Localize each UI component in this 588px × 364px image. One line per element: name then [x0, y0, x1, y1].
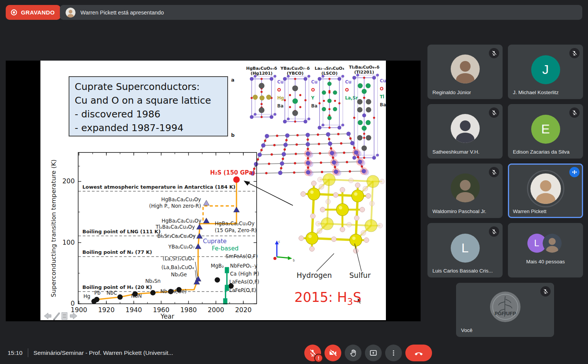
- svg-text:Ba: Ba: [311, 103, 318, 109]
- svg-text:b: b: [293, 259, 295, 262]
- more-options-button[interactable]: [385, 345, 402, 361]
- speaking-indicator-icon: [569, 167, 580, 177]
- slide-title-line-0: Cuprate Superconductors:: [75, 80, 227, 94]
- svg-text:0: 0: [71, 300, 75, 307]
- svg-text:H₂S (150 GPa): H₂S (150 GPa): [210, 169, 255, 176]
- svg-text:b: b: [231, 132, 235, 138]
- divider: [28, 348, 28, 357]
- slide-title-line-3: - expanded 1987-1994: [75, 121, 227, 135]
- meeting-title: Seminário/Seminar - Prof. Warren Pickett…: [34, 350, 173, 356]
- call-controls: !: [304, 345, 432, 361]
- svg-text:O: O: [277, 87, 281, 93]
- svg-text:2000: 2000: [208, 306, 224, 314]
- participant-tile-4[interactable]: EEdison Zacarias da Silva: [508, 104, 583, 159]
- participant-tile-9[interactable]: PGF/UFP Você: [456, 283, 554, 337]
- record-icon: [10, 9, 18, 16]
- photo-avatar: [530, 173, 561, 204]
- end-call-icon: [414, 348, 424, 358]
- svg-text:Nb₃(Al,Ge): Nb₃(Al,Ge): [160, 289, 186, 294]
- svg-text:1940: 1940: [125, 306, 142, 314]
- raise-hand-icon: [349, 349, 358, 358]
- participant-tile-3[interactable]: Satheeshkumar V.H.: [427, 104, 503, 159]
- svg-text:1900: 1900: [71, 306, 87, 314]
- slide-2015-h3s-label: 2015: H3S: [294, 290, 361, 307]
- microphone-off-icon: [491, 229, 497, 234]
- participant-tile-7[interactable]: LLuis Carlos Bassalo Cris...: [427, 223, 503, 277]
- participant-tile-2[interactable]: JJ. Michael Kosterlitz: [508, 45, 583, 99]
- microphone-off-icon: [572, 50, 577, 56]
- svg-text:YBa₂Cu₃O₇: YBa₂Cu₃O₇: [168, 244, 195, 250]
- mic-muted-icon: [569, 107, 580, 118]
- svg-text:Lowest atmospheric temperature: Lowest atmospheric temperature in Antarc…: [82, 184, 235, 190]
- participant-name: Reginaldo Júnior: [432, 90, 471, 95]
- svg-text:Hg: Hg: [277, 95, 284, 101]
- logo-avatar: PGF/UFP: [490, 292, 521, 324]
- letter-avatar: L: [451, 234, 480, 263]
- svg-text:Bi₂Sr₂Ca₂Cu₃Oy: Bi₂Sr₂Ca₂Cu₃Oy: [157, 233, 196, 239]
- avatar: L: [451, 234, 480, 263]
- presentation-slide[interactable]: abHgBa₂CuO₄₊δ(Hg1201)CuOHgBaYBa₂Cu₃O₇₋δ(…: [40, 61, 386, 320]
- participants-grid: Reginaldo Júnior JJ. Michael Kosterlitz …: [427, 45, 582, 338]
- svg-text:LaFeP(O,F): LaFeP(O,F): [229, 287, 256, 293]
- end-call-button[interactable]: [405, 345, 432, 361]
- participant-name: Waldomiro Paschoal Jr.: [432, 208, 486, 214]
- participant-name: Satheeshkumar V.H.: [432, 149, 479, 155]
- avatar: E: [531, 115, 560, 144]
- microphone-off-icon: [491, 110, 497, 115]
- svg-text:SmFeAs(O,F): SmFeAs(O,F): [225, 253, 258, 259]
- svg-text:Boiling point of LNG (111 K): Boiling point of LNG (111 K): [82, 229, 161, 234]
- participant-tile-8[interactable]: L Mais 40 pessoas: [508, 223, 583, 277]
- svg-text:Hg: Hg: [84, 293, 90, 299]
- svg-text:Hydrogen: Hydrogen: [297, 271, 332, 279]
- avatar: J: [531, 55, 560, 84]
- svg-text:(15 GPa, Zero-R): (15 GPa, Zero-R): [215, 228, 257, 233]
- participant-name: Mais 40 pessoas: [526, 259, 565, 265]
- svg-text:Nb₃Ge: Nb₃Ge: [171, 272, 187, 277]
- svg-text:HgBa₂Ca₂Cu₃Oy: HgBa₂Ca₂Cu₃Oy: [161, 197, 201, 202]
- svg-text:Sulfur: Sulfur: [349, 271, 371, 279]
- present-screen-button[interactable]: [365, 345, 382, 361]
- meeting-meta: 15:10 Seminário/Seminar - Prof. Warren P…: [8, 348, 173, 357]
- svg-text:YBa₂Cu₃O₇₋δ: YBa₂Cu₃O₇₋δ: [280, 66, 310, 71]
- microphone-off-icon: [572, 110, 577, 115]
- svg-text:2020: 2020: [235, 306, 252, 314]
- camera-off-button[interactable]: [325, 345, 341, 361]
- svg-text:1920: 1920: [98, 306, 114, 314]
- svg-text:Y: Y: [311, 95, 315, 101]
- svg-text:(Hg1201): (Hg1201): [251, 71, 273, 76]
- recording-badge: GRAVANDO: [6, 5, 61, 20]
- letter-avatar: E: [531, 115, 560, 144]
- slide-title-box: Cuprate Superconductors:Cu and O on a sq…: [69, 76, 228, 136]
- svg-text:Ba: Ba: [380, 102, 386, 107]
- svg-text:HgBa₂Ca₂Cu₃Oy: HgBa₂Ca₂Cu₃Oy: [215, 221, 255, 226]
- participant-tile-6[interactable]: Warren Pickett: [508, 164, 583, 218]
- svg-text:Boiling point of H₂ (20 K): Boiling point of H₂ (20 K): [82, 284, 152, 290]
- avatar: [451, 55, 480, 85]
- svg-text:Tl₂Ba₂Ca₂Cu₃Oy: Tl₂Ba₂Ca₂Cu₃Oy: [155, 224, 195, 230]
- svg-text:La₂₋ₓSrₓCuO₄: La₂₋ₓSrₓCuO₄: [315, 66, 344, 71]
- participant-name: J. Michael Kosterlitz: [513, 90, 559, 95]
- participant-tile-1[interactable]: Reginaldo Júnior: [427, 45, 503, 99]
- raise-hand-button[interactable]: [345, 345, 361, 361]
- svg-text:La,Sr: La,Sr: [345, 95, 358, 101]
- svg-text:Fe-based: Fe-based: [212, 245, 239, 252]
- svg-text:Cuprate: Cuprate: [203, 238, 227, 245]
- mic-muted-icon: [489, 48, 499, 58]
- participant-tile-5[interactable]: Waldomiro Paschoal Jr.: [427, 164, 503, 218]
- google-meet-window: GRAVANDO Warren Pickett está apresentand…: [0, 0, 588, 364]
- svg-text:Nb₃Sn: Nb₃Sn: [145, 278, 161, 284]
- svg-text:200: 200: [63, 177, 75, 185]
- svg-text:O: O: [345, 87, 349, 93]
- svg-text:PGF/UFP: PGF/UFP: [494, 311, 516, 316]
- speaking-ring: [527, 170, 564, 207]
- svg-text:Superconducting transition tem: Superconducting transition temperature (…: [50, 159, 57, 297]
- svg-text:100: 100: [63, 239, 75, 246]
- camera-off-icon: [329, 349, 337, 357]
- svg-text:Ba: Ba: [277, 103, 284, 109]
- photo-avatar: [66, 8, 76, 18]
- microphone-off-button[interactable]: !: [304, 345, 321, 361]
- svg-text:HgBa₂CuO₄₊δ: HgBa₂CuO₄₊δ: [246, 66, 277, 71]
- svg-text:Cu: Cu: [277, 79, 284, 85]
- svg-text:NbFePO₁₋y: NbFePO₁₋y: [230, 263, 257, 269]
- svg-text:(LSCO): (LSCO): [321, 71, 337, 76]
